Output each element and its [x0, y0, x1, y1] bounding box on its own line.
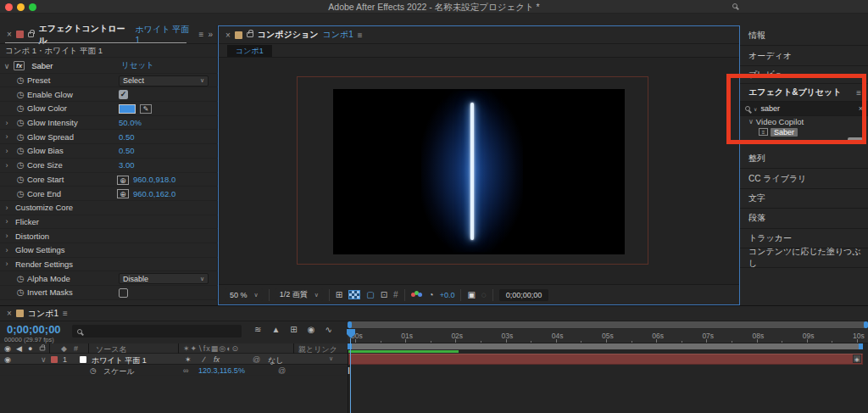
chevron-down-icon[interactable]: ∨ — [329, 355, 333, 362]
frame-blending-icon[interactable]: ⊞ — [290, 325, 297, 334]
stopwatch-icon[interactable]: ◷ — [14, 103, 27, 113]
effects-search-value[interactable]: saber — [760, 104, 854, 113]
panel-menu-icon[interactable]: ≡ — [856, 88, 861, 98]
effect-property-row-glow-intensity[interactable]: ›◷Glow Intensity50.0% — [0, 116, 218, 131]
layer-solid-icon[interactable]: ∕ — [203, 355, 205, 364]
property-pickwhip-icon[interactable]: @ — [278, 366, 286, 375]
effect-property-row-core-start[interactable]: ◷Core Start⊕960.0,918.0 — [0, 173, 218, 187]
layer-bar-button[interactable]: ◈ — [853, 354, 861, 363]
effect-property-row-glow-color[interactable]: ◷Glow Color✎ — [0, 102, 218, 116]
stopwatch-icon[interactable]: ◷ — [14, 75, 27, 85]
effect-property-row-core-end[interactable]: ◷Core End⊕960.0,162.0 — [0, 187, 218, 201]
viewer-tab-comp1[interactable]: コンポ1 — [227, 45, 272, 57]
effect-property-row-enable-glow[interactable]: ◷Enable Glow✓ — [0, 87, 218, 102]
time-navigator-bar[interactable] — [348, 321, 868, 328]
effects-item-saber[interactable]: ≡ Saber — [740, 126, 868, 137]
effects-item-label[interactable]: Saber — [771, 128, 798, 137]
property-value[interactable]: 0.50 — [119, 132, 135, 142]
stopwatch-icon[interactable]: ◷ — [14, 90, 27, 99]
property-value[interactable]: 50.0% — [119, 118, 142, 127]
expander-icon[interactable]: › — [0, 147, 14, 155]
sidebar-panel-lower-1[interactable]: 整列 — [740, 149, 868, 169]
playhead-line[interactable] — [350, 338, 351, 413]
stopwatch-icon[interactable]: ◷ — [14, 160, 27, 170]
expander-icon[interactable]: › — [0, 132, 14, 141]
effect-property-row-distortion[interactable]: ›Distortion — [0, 229, 218, 243]
active-comp-name[interactable]: コンポ1 — [322, 29, 353, 41]
sidebar-panel-lower-2[interactable]: CC ライブラリ — [740, 169, 868, 188]
layer-duration-bar[interactable] — [348, 354, 863, 365]
glow-color-swatch[interactable] — [119, 104, 136, 114]
effect-property-row-glow-settings[interactable]: ›Glow Settings — [0, 243, 218, 258]
exposure-icon[interactable]: ◔ — [429, 290, 434, 299]
chevron-down-icon[interactable]: ∨ — [748, 118, 754, 126]
effect-property-row-alpha-mode[interactable]: ◷Alpha ModeDisable∨ — [0, 271, 218, 286]
region-of-interest-icon[interactable]: ⊡ — [381, 290, 387, 299]
panel-menu-icon[interactable]: ≡ — [358, 31, 363, 40]
magnification-dropdown[interactable]: 50 % ∨ — [225, 288, 263, 301]
enable-glow-checkbox[interactable]: ✓ — [119, 90, 128, 99]
effect-name[interactable]: Saber — [31, 61, 53, 70]
sidebar-panel-lower-3[interactable]: 文字 — [740, 189, 868, 209]
sidebar-panel-1[interactable]: 情報 — [740, 25, 868, 46]
effect-property-row-preset[interactable]: ◷PresetSelect∨ — [0, 74, 218, 88]
expander-icon[interactable]: › — [0, 217, 14, 226]
stopwatch-icon[interactable]: ◷ — [14, 189, 27, 198]
stopwatch-icon[interactable]: ◷ — [14, 118, 27, 127]
exposure-value[interactable]: +0.0 — [440, 291, 455, 299]
expander-icon[interactable]: › — [0, 232, 14, 240]
transparency-grid-icon[interactable] — [348, 290, 360, 299]
stopwatch-icon[interactable]: ◷ — [14, 287, 27, 297]
chevron-down-icon[interactable]: ∨ — [0, 62, 14, 70]
layer-fx-icon[interactable]: fx — [214, 355, 220, 364]
parent-pickwhip-icon[interactable]: @ — [253, 355, 260, 364]
navigator-start-handle[interactable] — [348, 321, 352, 328]
scale-property-row[interactable]: ◷ スケール ∞ 120.3,116.5% @ — [0, 365, 348, 376]
graph-editor-icon[interactable]: ∿ — [325, 325, 331, 334]
panel-menu-icon[interactable]: ≡ — [199, 30, 204, 39]
scale-value[interactable]: 120.3,116.5% — [198, 366, 245, 375]
layer-label-color[interactable] — [51, 356, 58, 363]
point-target-icon[interactable]: ⊕ — [117, 176, 129, 185]
tab-overflow-icon[interactable]: » — [208, 30, 213, 39]
effect-header-row-saber[interactable]: ∨fxSaberリセット — [0, 59, 218, 74]
eyedropper-icon[interactable]: ✎ — [140, 104, 152, 114]
timeline-tab[interactable]: × コンポ1 ≡ — [0, 306, 868, 321]
stopwatch-icon[interactable]: ◷ — [14, 132, 27, 142]
sidebar-panel-lower-4[interactable]: 段落 — [740, 209, 868, 228]
expander-icon[interactable]: › — [0, 260, 14, 268]
close-icon[interactable]: × — [7, 309, 12, 318]
timeline-search-field[interactable] — [72, 325, 242, 338]
layer-visibility-icon[interactable]: ◉ — [4, 355, 11, 364]
effect-property-row-invert-masks[interactable]: ◷Invert Masks — [0, 286, 218, 300]
grid-guides-icon[interactable]: ⊞ — [336, 290, 342, 299]
sidebar-panel-2[interactable]: オーディオ — [740, 46, 868, 66]
effects-presets-panel-header[interactable]: エフェクト&プリセット ≡ — [740, 84, 868, 102]
expander-icon[interactable]: › — [0, 204, 14, 212]
close-icon[interactable]: × — [225, 31, 231, 40]
stopwatch-icon[interactable]: ◷ — [90, 366, 97, 375]
timeline-tab-label[interactable]: コンポ1 — [28, 308, 58, 320]
effects-group-video-copilot[interactable]: ∨ Video Copilot — [740, 116, 868, 126]
mini-flowchart-icon[interactable]: ≋ — [254, 325, 261, 334]
preset-dropdown[interactable]: Select∨ — [119, 75, 209, 87]
work-area-end-handle[interactable] — [859, 343, 863, 349]
sidebar-panel-lower-6[interactable]: コンテンツに応じた塗りつぶし — [740, 248, 868, 268]
property-value[interactable]: 3.00 — [119, 160, 135, 170]
lock-icon[interactable] — [28, 32, 35, 37]
composition-frame[interactable] — [333, 89, 625, 254]
invert-masks-checkbox[interactable] — [119, 288, 128, 298]
time-ruler[interactable]: 00s01s02s03s04s05s06s07s08s09s10s — [348, 329, 868, 343]
effect-property-row-customize-core[interactable]: ›Customize Core — [0, 201, 218, 215]
layer-expand-icon[interactable]: ∨ — [41, 355, 47, 364]
effect-property-row-glow-spread[interactable]: ›◷Glow Spread0.50 — [0, 130, 218, 144]
effect-property-row-render-settings[interactable]: ›Render Settings — [0, 258, 218, 272]
draft-3d-icon[interactable]: ▲ — [271, 325, 280, 334]
lock-icon[interactable] — [247, 32, 253, 37]
preview-timecode[interactable]: 0;00;00;00 — [499, 289, 549, 301]
reset-effect-link[interactable]: リセット — [121, 60, 154, 71]
horizontal-scrollbar-thumb[interactable] — [848, 137, 863, 142]
expander-icon[interactable]: › — [0, 246, 14, 254]
effect-property-row-core-size[interactable]: ›◷Core Size3.00 — [0, 159, 218, 173]
expander-icon[interactable]: › — [0, 119, 14, 127]
